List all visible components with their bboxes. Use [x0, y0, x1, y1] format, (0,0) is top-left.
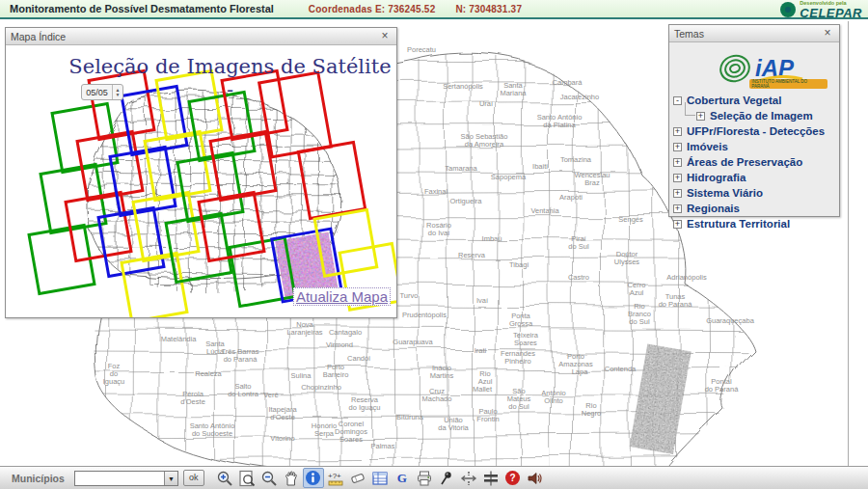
tree-item-hidrografia[interactable]: + Hidrografia — [673, 170, 835, 185]
expand-icon[interactable]: + — [673, 189, 682, 198]
google-search-button[interactable]: G — [392, 468, 413, 488]
satellite-swath-image — [630, 344, 692, 454]
municipios-label: Municípios — [12, 473, 65, 484]
tree-item-regionais[interactable]: + Regionais — [673, 201, 835, 216]
iap-subtitle: INSTITUTO AMBIENTAL DO PARANÁ — [749, 79, 827, 89]
svg-text:+?+: +?+ — [328, 472, 341, 480]
tree-item-label[interactable]: Imóveis — [687, 141, 728, 152]
adjust-layers-icon — [482, 470, 500, 487]
measure-distance-button[interactable]: +?+ — [325, 468, 346, 488]
attribute-table-button[interactable] — [369, 468, 391, 488]
tree-item-label[interactable]: UFPr/Floresta - Detecções — [687, 125, 825, 137]
map-frame-border — [848, 21, 849, 466]
ok-button[interactable]: ok — [183, 470, 204, 486]
mapa-indice-dialog: Mapa Índice × — [5, 27, 397, 318]
close-icon[interactable]: × — [821, 27, 834, 41]
temas-tree: - Cobertura Vegetal + Seleção de Imagem … — [673, 93, 835, 231]
expand-icon[interactable]: + — [673, 174, 682, 182]
erase-button[interactable] — [347, 468, 368, 488]
adjust-layers-button[interactable] — [480, 468, 502, 488]
measure-icon: +?+ — [327, 470, 344, 487]
expand-icon[interactable]: + — [673, 143, 682, 151]
atualiza-mapa-link[interactable]: Atualiza Mapa — [293, 287, 391, 306]
google-g-icon: G — [397, 471, 407, 486]
tree-item-label[interactable]: Cobertura Vegetal — [687, 95, 781, 106]
header-bar: Monitoramento de Possível Desmatamento F… — [0, 0, 868, 19]
printer-icon — [416, 470, 433, 487]
municipios-select[interactable]: ▼ — [74, 471, 178, 486]
tree-item-label[interactable]: Hidrografia — [687, 172, 746, 183]
dialog-body: Seleção de Imagens de Satélite - 05/05 ▲… — [6, 45, 396, 317]
info-icon — [305, 470, 321, 486]
temas-body: iAP INSTITUTO AMBIENTAL DO PARANÁ - Cobe… — [669, 42, 839, 216]
tree-item-label[interactable]: Seleção de Imagem — [710, 110, 813, 122]
table-icon — [371, 470, 389, 487]
expand-icon[interactable]: + — [673, 220, 682, 229]
pan-button[interactable] — [281, 468, 302, 488]
audio-button[interactable] — [525, 468, 546, 488]
coordinate-east: Coordenadas E: 736245.52 — [309, 4, 436, 14]
zoom-in-icon — [216, 470, 233, 487]
help-button[interactable]: ? — [502, 468, 524, 488]
coordinate-north: N: 7304831.37 — [455, 4, 522, 14]
print-button[interactable] — [414, 468, 435, 488]
temas-title: Temas — [674, 28, 704, 40]
zoom-out-icon — [260, 470, 278, 487]
expand-icon[interactable]: + — [696, 112, 705, 121]
expand-icon[interactable]: + — [673, 158, 682, 167]
eraser-icon — [349, 470, 366, 487]
svg-text:?: ? — [510, 473, 516, 483]
tree-item-label[interactable]: Sistema Viário — [687, 187, 763, 199]
zoom-full-extent-button[interactable] — [236, 468, 258, 488]
add-pushpin-button[interactable] — [436, 468, 457, 488]
scene-date-value: 05/05 — [82, 88, 112, 97]
zoom-out-button[interactable] — [258, 468, 280, 488]
brand-name: CELEPAR — [800, 7, 862, 19]
tree-item-label[interactable]: Áreas de Preservação — [687, 156, 802, 168]
tree-item-estrutura-territorial[interactable]: + Estrutura Territorial — [673, 216, 835, 231]
tree-item-selecao-de-imagem[interactable]: + Seleção de Imagem — [696, 108, 835, 123]
zoom-full-extent-icon — [238, 470, 256, 487]
tree-item-label[interactable]: Regionais — [687, 203, 740, 214]
tree-item-ufpr-floresta[interactable]: + UFPr/Floresta - Detecções — [673, 123, 835, 139]
expand-icon[interactable]: + — [673, 204, 682, 213]
tree-item-areas-de-preservacao[interactable]: + Áreas de Preservação — [673, 154, 835, 170]
tree-item-label[interactable]: Estrutura Territorial — [687, 218, 790, 230]
close-icon[interactable]: × — [378, 30, 392, 43]
fit-width-icon — [460, 470, 477, 487]
tree-item-imoveis[interactable]: + Imóveis — [673, 139, 835, 154]
celepar-logo: Desenvolvido pela CELEPAR — [779, 1, 862, 19]
app-window: PorecatuSertanópolisSanta MarianaCambará… — [0, 0, 868, 489]
identify-button[interactable] — [303, 468, 324, 488]
temas-titlebar[interactable]: Temas × — [669, 25, 839, 42]
collapse-icon[interactable]: - — [673, 96, 682, 105]
celepar-icon — [779, 1, 797, 18]
dropdown-arrow-icon[interactable]: ▼ — [164, 472, 177, 485]
iap-logo: iAP INSTITUTO AMBIENTAL DO PARANÁ — [673, 44, 835, 93]
help-icon: ? — [504, 470, 521, 486]
zoom-in-button[interactable] — [214, 468, 235, 488]
dialog-title: Mapa Índice — [11, 31, 66, 42]
pushpin-icon — [438, 470, 455, 487]
dialog-titlebar[interactable]: Mapa Índice × — [6, 28, 396, 45]
tree-item-cobertura-vegetal[interactable]: - Cobertura Vegetal — [673, 93, 835, 108]
coordinates-readout: Coordenadas E: 736245.52 N: 7304831.37 — [309, 4, 539, 14]
expand-icon[interactable]: + — [673, 127, 682, 136]
tree-item-sistema-viario[interactable]: + Sistema Viário — [673, 185, 835, 201]
spinner-icon[interactable]: ▲▼ — [112, 85, 122, 99]
temas-panel: Temas × iAP INSTITUTO AMBIENTAL DO PARAN… — [668, 24, 840, 217]
fit-width-button[interactable] — [458, 468, 479, 488]
map-toolbar: Municípios ▼ ok — [0, 466, 868, 489]
speaker-icon — [527, 470, 544, 487]
pan-hand-icon — [283, 470, 300, 487]
scene-date-select[interactable]: 05/05 ▲▼ — [81, 84, 123, 100]
municipios-select-value — [75, 472, 164, 485]
app-title: Monitoramento de Possível Desmatamento F… — [10, 3, 274, 14]
